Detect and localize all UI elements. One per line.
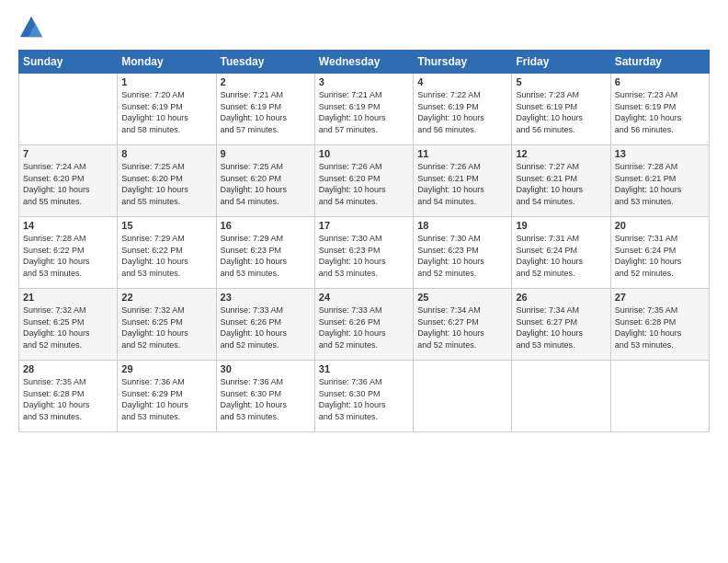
day-cell: 30Sunrise: 7:36 AM Sunset: 6:30 PM Dayli… — [216, 361, 314, 432]
day-cell: 22Sunrise: 7:32 AM Sunset: 6:25 PM Dayli… — [118, 289, 216, 361]
day-number: 7 — [23, 148, 113, 159]
day-info: Sunrise: 7:23 AM Sunset: 6:19 PM Dayligh… — [615, 89, 705, 135]
day-number: 18 — [417, 220, 507, 231]
day-info: Sunrise: 7:35 AM Sunset: 6:28 PM Dayligh… — [23, 376, 113, 422]
day-cell: 6Sunrise: 7:23 AM Sunset: 6:19 PM Daylig… — [610, 74, 709, 145]
day-number: 9 — [221, 148, 311, 159]
day-cell: 31Sunrise: 7:36 AM Sunset: 6:30 PM Dayli… — [314, 361, 413, 432]
day-cell: 1Sunrise: 7:20 AM Sunset: 6:19 PM Daylig… — [118, 74, 216, 145]
day-number: 15 — [121, 220, 211, 231]
day-cell: 4Sunrise: 7:22 AM Sunset: 6:19 PM Daylig… — [414, 74, 512, 145]
header-friday: Friday — [512, 51, 610, 74]
calendar-header-row: SundayMondayTuesdayWednesdayThursdayFrid… — [19, 51, 710, 74]
day-info: Sunrise: 7:26 AM Sunset: 6:20 PM Dayligh… — [319, 161, 409, 207]
day-cell: 15Sunrise: 7:29 AM Sunset: 6:22 PM Dayli… — [118, 217, 216, 289]
day-cell: 18Sunrise: 7:30 AM Sunset: 6:23 PM Dayli… — [414, 217, 512, 289]
day-info: Sunrise: 7:21 AM Sunset: 6:19 PM Dayligh… — [319, 89, 409, 135]
day-cell: 28Sunrise: 7:35 AM Sunset: 6:28 PM Dayli… — [19, 361, 118, 432]
header-monday: Monday — [118, 51, 216, 74]
day-number: 30 — [221, 363, 311, 374]
day-cell: 7Sunrise: 7:24 AM Sunset: 6:20 PM Daylig… — [19, 145, 118, 217]
day-cell: 16Sunrise: 7:29 AM Sunset: 6:23 PM Dayli… — [216, 217, 314, 289]
day-info: Sunrise: 7:36 AM Sunset: 6:30 PM Dayligh… — [319, 376, 409, 422]
day-info: Sunrise: 7:34 AM Sunset: 6:27 PM Dayligh… — [417, 304, 507, 350]
day-info: Sunrise: 7:30 AM Sunset: 6:23 PM Dayligh… — [319, 233, 409, 279]
week-row-1: 7Sunrise: 7:24 AM Sunset: 6:20 PM Daylig… — [19, 145, 710, 217]
day-number: 4 — [417, 76, 507, 87]
day-number: 26 — [516, 292, 606, 303]
header — [18, 15, 710, 40]
header-tuesday: Tuesday — [216, 51, 314, 74]
day-info: Sunrise: 7:33 AM Sunset: 6:26 PM Dayligh… — [319, 304, 409, 350]
day-info: Sunrise: 7:30 AM Sunset: 6:23 PM Dayligh… — [417, 233, 507, 279]
day-info: Sunrise: 7:32 AM Sunset: 6:25 PM Dayligh… — [23, 304, 113, 350]
header-saturday: Saturday — [610, 51, 709, 74]
day-info: Sunrise: 7:25 AM Sunset: 6:20 PM Dayligh… — [221, 161, 311, 207]
day-info: Sunrise: 7:29 AM Sunset: 6:23 PM Dayligh… — [221, 233, 311, 279]
day-number: 22 — [121, 292, 211, 303]
day-info: Sunrise: 7:26 AM Sunset: 6:21 PM Dayligh… — [417, 161, 507, 207]
day-number: 1 — [121, 76, 211, 87]
day-info: Sunrise: 7:28 AM Sunset: 6:22 PM Dayligh… — [23, 233, 113, 279]
day-cell: 21Sunrise: 7:32 AM Sunset: 6:25 PM Dayli… — [19, 289, 118, 361]
day-number: 14 — [23, 220, 113, 231]
day-info: Sunrise: 7:25 AM Sunset: 6:20 PM Dayligh… — [121, 161, 211, 207]
day-cell: 12Sunrise: 7:27 AM Sunset: 6:21 PM Dayli… — [512, 145, 610, 217]
day-info: Sunrise: 7:36 AM Sunset: 6:29 PM Dayligh… — [121, 376, 211, 422]
day-cell: 26Sunrise: 7:34 AM Sunset: 6:27 PM Dayli… — [512, 289, 610, 361]
week-row-4: 28Sunrise: 7:35 AM Sunset: 6:28 PM Dayli… — [19, 361, 710, 432]
day-number: 20 — [615, 220, 705, 231]
day-info: Sunrise: 7:23 AM Sunset: 6:19 PM Dayligh… — [516, 89, 606, 135]
day-info: Sunrise: 7:34 AM Sunset: 6:27 PM Dayligh… — [516, 304, 606, 350]
week-row-2: 14Sunrise: 7:28 AM Sunset: 6:22 PM Dayli… — [19, 217, 710, 289]
day-number: 6 — [615, 76, 705, 87]
logo-icon — [18, 15, 44, 40]
day-cell: 27Sunrise: 7:35 AM Sunset: 6:28 PM Dayli… — [610, 289, 709, 361]
day-number: 17 — [319, 220, 409, 231]
day-cell: 13Sunrise: 7:28 AM Sunset: 6:21 PM Dayli… — [610, 145, 709, 217]
week-row-3: 21Sunrise: 7:32 AM Sunset: 6:25 PM Dayli… — [19, 289, 710, 361]
day-cell: 23Sunrise: 7:33 AM Sunset: 6:26 PM Dayli… — [216, 289, 314, 361]
day-info: Sunrise: 7:35 AM Sunset: 6:28 PM Dayligh… — [615, 304, 705, 350]
day-cell — [19, 74, 118, 145]
logo — [18, 15, 46, 40]
day-info: Sunrise: 7:31 AM Sunset: 6:24 PM Dayligh… — [615, 233, 705, 279]
day-number: 10 — [319, 148, 409, 159]
day-number: 8 — [121, 148, 211, 159]
day-cell: 24Sunrise: 7:33 AM Sunset: 6:26 PM Dayli… — [314, 289, 413, 361]
day-number: 11 — [417, 148, 507, 159]
day-cell: 29Sunrise: 7:36 AM Sunset: 6:29 PM Dayli… — [118, 361, 216, 432]
day-info: Sunrise: 7:31 AM Sunset: 6:24 PM Dayligh… — [516, 233, 606, 279]
day-number: 2 — [221, 76, 311, 87]
day-info: Sunrise: 7:28 AM Sunset: 6:21 PM Dayligh… — [615, 161, 705, 207]
day-info: Sunrise: 7:22 AM Sunset: 6:19 PM Dayligh… — [417, 89, 507, 135]
day-number: 28 — [23, 363, 113, 374]
day-cell: 5Sunrise: 7:23 AM Sunset: 6:19 PM Daylig… — [512, 74, 610, 145]
day-number: 3 — [319, 76, 409, 87]
day-number: 19 — [516, 220, 606, 231]
page: SundayMondayTuesdayWednesdayThursdayFrid… — [0, 0, 728, 563]
day-cell: 25Sunrise: 7:34 AM Sunset: 6:27 PM Dayli… — [414, 289, 512, 361]
day-cell: 2Sunrise: 7:21 AM Sunset: 6:19 PM Daylig… — [216, 74, 314, 145]
week-row-0: 1Sunrise: 7:20 AM Sunset: 6:19 PM Daylig… — [19, 74, 710, 145]
day-cell: 11Sunrise: 7:26 AM Sunset: 6:21 PM Dayli… — [414, 145, 512, 217]
header-thursday: Thursday — [414, 51, 512, 74]
calendar-table: SundayMondayTuesdayWednesdayThursdayFrid… — [18, 50, 710, 432]
day-cell — [610, 361, 709, 432]
day-cell: 10Sunrise: 7:26 AM Sunset: 6:20 PM Dayli… — [314, 145, 413, 217]
day-cell: 9Sunrise: 7:25 AM Sunset: 6:20 PM Daylig… — [216, 145, 314, 217]
day-info: Sunrise: 7:21 AM Sunset: 6:19 PM Dayligh… — [221, 89, 311, 135]
day-cell: 19Sunrise: 7:31 AM Sunset: 6:24 PM Dayli… — [512, 217, 610, 289]
day-number: 27 — [615, 292, 705, 303]
day-cell: 3Sunrise: 7:21 AM Sunset: 6:19 PM Daylig… — [314, 74, 413, 145]
day-number: 31 — [319, 363, 409, 374]
day-number: 13 — [615, 148, 705, 159]
day-number: 23 — [221, 292, 311, 303]
day-cell: 14Sunrise: 7:28 AM Sunset: 6:22 PM Dayli… — [19, 217, 118, 289]
day-cell: 17Sunrise: 7:30 AM Sunset: 6:23 PM Dayli… — [314, 217, 413, 289]
day-info: Sunrise: 7:27 AM Sunset: 6:21 PM Dayligh… — [516, 161, 606, 207]
day-number: 21 — [23, 292, 113, 303]
day-info: Sunrise: 7:33 AM Sunset: 6:26 PM Dayligh… — [221, 304, 311, 350]
day-info: Sunrise: 7:36 AM Sunset: 6:30 PM Dayligh… — [221, 376, 311, 422]
day-number: 12 — [516, 148, 606, 159]
